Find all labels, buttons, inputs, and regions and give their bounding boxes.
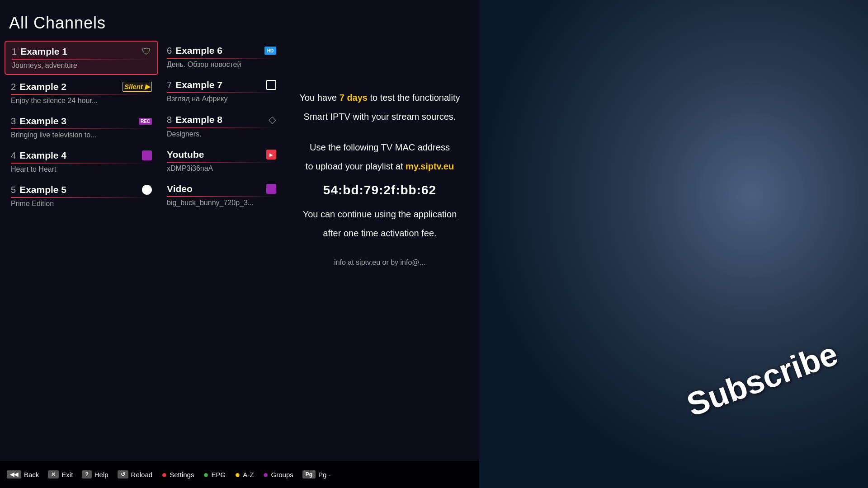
label-pg: Pg -: [318, 471, 331, 479]
ch-divider-4: [11, 163, 152, 164]
info-line-4: to upload your playlist at my.siptv.eu: [294, 159, 466, 174]
dot-az: ●: [235, 469, 240, 480]
ch-desc-4: Heart to Heart: [11, 165, 152, 174]
channel-item-3[interactable]: 3 Example 3 REC Bringing live television…: [5, 111, 158, 144]
ch-divider-5: [11, 197, 152, 198]
ch-number-8: 8: [167, 115, 172, 125]
label-reload: Reload: [131, 471, 153, 479]
info-panel: You have 7 days to test the functionalit…: [285, 81, 475, 282]
dot-settings: ●: [161, 469, 167, 480]
person-area: Subscribe: [479, 0, 868, 488]
channel-item-1[interactable]: 1 Example 1 🛡 Journeys, adventure: [5, 41, 158, 75]
ch-name-4: Example 4: [19, 150, 66, 161]
channel-item-6[interactable]: 6 Example 6 HD День. Обзор новостей: [160, 41, 283, 73]
info-line-3: Use the following TV MAC address: [294, 140, 466, 155]
ch-divider-7: [167, 92, 276, 93]
label-exit: Exit: [61, 471, 73, 479]
ch-number-1: 1: [12, 47, 17, 57]
ch-divider-video: [167, 196, 276, 197]
label-help: Help: [94, 471, 108, 479]
ch-icon-youtube: ▶: [266, 150, 276, 160]
label-az: A-Z: [243, 471, 254, 479]
ch-name-video: Video: [167, 183, 193, 194]
ch-divider-3: [11, 128, 152, 129]
ch-name-7: Example 7: [175, 80, 222, 90]
dot-groups: ●: [263, 469, 268, 480]
ch-number-3: 3: [11, 116, 16, 127]
channel-item-5[interactable]: 5 Example 5 Prime Edition: [5, 180, 158, 212]
btn-az[interactable]: ● A-Z: [235, 469, 254, 480]
btn-groups[interactable]: ● Groups: [263, 469, 293, 480]
ch-icon-3: REC: [139, 118, 152, 125]
ch-icon-4: [142, 150, 152, 160]
channel-item-youtube[interactable]: Youtube ▶ xDMP3i36naA: [160, 145, 283, 177]
label-settings: Settings: [170, 471, 194, 479]
ch-icon-1: 🛡: [142, 47, 151, 57]
channel-item-2[interactable]: 2 Example 2 Silent ▶ Enjoy the silence 2…: [5, 77, 158, 109]
link-highlight: my.siptv.eu: [406, 161, 454, 171]
bottom-bar: ◀◀ Back ✕ Exit ? Help ↺ Reload ● Setting…: [0, 461, 479, 488]
channel-list: 1 Example 1 🛡 Journeys, adventure 2 Exam…: [0, 41, 285, 325]
ch-desc-1: Journeys, adventure: [12, 61, 151, 70]
dot-epg: ●: [203, 469, 208, 480]
label-back: Back: [24, 471, 39, 479]
badge-reload: ↺: [118, 470, 128, 479]
ch-number-2: 2: [11, 82, 16, 92]
ch-number-5: 5: [11, 185, 16, 195]
tv-screen: All Channels 1 Example 1 🛡 Journeys, adv…: [0, 0, 479, 488]
ch-icon-5: [142, 185, 152, 195]
ch-desc-5: Prime Edition: [11, 200, 152, 208]
left-column: 1 Example 1 🛡 Journeys, adventure 2 Exam…: [5, 41, 158, 214]
ch-name-youtube: Youtube: [167, 149, 204, 160]
ch-name-2: Example 2: [19, 81, 66, 92]
ch-desc-8: Designers.: [167, 130, 276, 138]
ch-icon-8: ◇: [269, 114, 276, 126]
ch-icon-video: [266, 184, 276, 194]
btn-reload[interactable]: ↺ Reload: [118, 470, 153, 479]
ch-desc-7: Взгляд на Африку: [167, 95, 276, 103]
ch-desc-2: Enjoy the silence 24 hour...: [11, 97, 152, 105]
ch-number-6: 6: [167, 46, 172, 56]
ch-number-4: 4: [11, 150, 16, 161]
info-line-6: after one time activation fee.: [294, 226, 466, 240]
person-silhouette: [479, 0, 868, 488]
ch-desc-6: День. Обзор новостей: [167, 61, 276, 69]
badge-pg: Pg: [302, 470, 316, 479]
btn-pg[interactable]: Pg Pg -: [302, 470, 331, 479]
mac-address: 54:bd:79:2f:bb:62: [294, 180, 466, 201]
channel-item-8[interactable]: 8 Example 8 ◇ Designers.: [160, 109, 283, 143]
ch-name-6: Example 6: [175, 45, 222, 56]
channel-item-video[interactable]: Video big_buck_bunny_720p_3...: [160, 179, 283, 211]
ch-name-5: Example 5: [19, 184, 66, 195]
channel-item-4[interactable]: 4 Example 4 Heart to Heart: [5, 145, 158, 178]
ch-divider-youtube: [167, 162, 276, 163]
info-line-1: You have 7 days to test the functionalit…: [294, 90, 466, 105]
page-title: All Channels: [9, 14, 106, 33]
label-groups: Groups: [271, 471, 293, 479]
ch-divider-2: [11, 94, 152, 95]
ch-divider-1: [12, 59, 151, 60]
ch-name-1: Example 1: [20, 46, 67, 57]
ch-icon-6: HD: [264, 47, 276, 55]
days-highlight: 7 days: [340, 93, 368, 103]
ch-divider-8: [167, 127, 276, 128]
btn-help[interactable]: ? Help: [82, 470, 108, 479]
btn-exit[interactable]: ✕ Exit: [48, 470, 73, 479]
info-line-5: You can continue using the application: [294, 207, 466, 221]
btn-settings[interactable]: ● Settings: [161, 469, 194, 480]
info-line-2: Smart IPTV with your stream sources.: [294, 109, 466, 124]
info-line-7: info at siptv.eu or by info@...: [294, 257, 466, 268]
ch-name-8: Example 8: [175, 114, 222, 125]
ch-number-7: 7: [167, 80, 172, 90]
ch-icon-2: Silent ▶: [123, 82, 152, 92]
ch-divider-6: [167, 58, 276, 59]
ch-desc-video: big_buck_bunny_720p_3...: [167, 199, 276, 207]
badge-help: ?: [82, 470, 91, 479]
right-column: 6 Example 6 HD День. Обзор новостей 7 Ex…: [160, 41, 283, 213]
ch-icon-7: [266, 80, 276, 90]
ch-desc-3: Bringing live television to...: [11, 131, 152, 139]
btn-back[interactable]: ◀◀ Back: [7, 470, 39, 479]
label-epg: EPG: [212, 471, 226, 479]
btn-epg[interactable]: ● EPG: [203, 469, 226, 480]
channel-item-7[interactable]: 7 Example 7 Взгляд на Африку: [160, 75, 283, 108]
